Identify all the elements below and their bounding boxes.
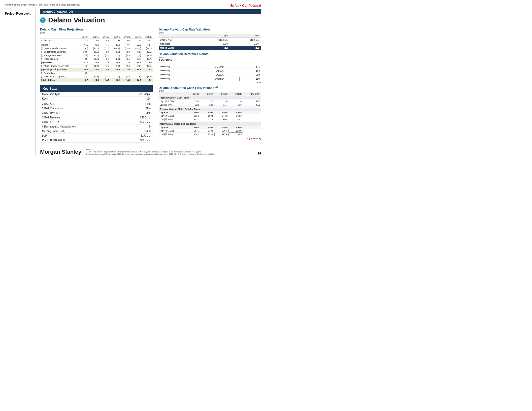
project-title: Project Roosevelt	[5, 12, 33, 15]
table-row: Cap Rate6.5%7.0%	[159, 42, 261, 46]
notes-title: Notes	[86, 148, 253, 151]
low-avg-label: LOW (AVERAGE)	[159, 137, 261, 140]
list-item: [**********]5/28/15220	[159, 73, 261, 77]
table-row: (-) Maintenance Capex (1)(1.4)(1.5)(1.4)…	[40, 75, 153, 78]
dcf-title: Delano Discounted Cash Flow Valuation(2)	[159, 86, 218, 90]
fcr-title: Delano Forward Cap Rate Valuation	[159, 28, 261, 31]
cf-col-2018e: 2018E	[131, 35, 142, 39]
list-item: Debt$170MM	[40, 134, 153, 138]
table-row: Gross Value239222	[159, 46, 261, 50]
list-item: 2016E RevPAR$349	[40, 111, 153, 115]
cf-col-2013a: 2013A	[79, 35, 89, 39]
dcf-section-header: Total Value at Stated Exit Cap Rates	[159, 122, 261, 126]
cashflow-table: 2013A 2014A 2015E 2016E 2017E 2018E 2019…	[40, 35, 153, 82]
table-row: (-) Departmental Expenses(19.3)(18.6)(17…	[40, 47, 153, 50]
fcr-col-label	[159, 34, 199, 38]
list-item: [**********]9/14/15194	[159, 69, 261, 73]
strictly-confidential-label: Strictly Confidential	[230, 4, 261, 7]
table-row: (=) EBITDA12.517.917.917.517.818.318.9	[40, 61, 153, 64]
content-area: MONROE VALUATION 1 Delano Valuation Dela…	[35, 9, 261, 155]
dcf-table: 2016E 2017E 2018E 2019E PV of CF Present…	[159, 92, 261, 137]
dcf-header-row: 2016E 2017E 2018E 2019E PV of CF	[159, 92, 261, 96]
cf-col-2015e: 2015E	[100, 35, 110, 39]
two-col-layout: Delano Cash Flow Projections $MM 2013A 2…	[40, 28, 261, 143]
list-item: 2016E Occupancy69%	[40, 106, 153, 111]
bottom-bar: Morgan Stanley Notes 1. 4% FF&E reserve …	[40, 147, 261, 155]
list-item: Keys194	[40, 96, 153, 101]
dcf-section-header: Present Value of Cash Flows	[159, 96, 261, 100]
notes-section: Notes 1. 4% FF&E reserve deducted from m…	[81, 148, 258, 155]
table-row: 2016E NOI$15.6MM$15.6MM	[159, 38, 261, 42]
cf-col-label	[40, 35, 79, 39]
fcr-subtitle: $MM	[159, 31, 261, 34]
morgan-stanley-logo: Morgan Stanley	[40, 149, 81, 155]
note-item: 1. 4% FF&E reserve deducted from managem…	[86, 151, 253, 153]
monroe-header: MONROE VALUATION	[40, 9, 261, 14]
delano-title-row: 1 Delano Valuation	[40, 16, 261, 24]
key-stats-table: Ownership TypeFee SimpleKeys1942016E ADR…	[40, 92, 153, 143]
left-column: Delano Cash Flow Projections $MM 2013A 2…	[40, 28, 153, 143]
high-label: HIGH	[159, 81, 261, 84]
table-row: (-) FF&E / Capex Reserve (1)(1.9)(2.0)(1…	[40, 64, 153, 68]
list-item: [**********]10/24/14250	[159, 77, 261, 81]
page: Portions of this exhibit marked [*] are …	[0, 0, 266, 205]
ref-points-section: Delano Valuation Reference Points $MM As…	[159, 52, 261, 84]
list-item: 2016E Revenue$48.2MM	[40, 115, 153, 120]
main-content: Project Roosevelt MONROE VALUATION 1 Del…	[5, 9, 261, 155]
list-item: [**********]11/14/14175	[159, 65, 261, 69]
dcf-section: Delano Discounted Cash Flow Valuation(2)…	[159, 86, 261, 140]
table-row: High (@ 7.0%)205.3189.5176.0164.3	[159, 114, 261, 118]
cf-col-2017e: 2017E	[121, 35, 131, 39]
fcr-header-row: 6.5% 7.0%	[159, 34, 261, 38]
fcr-table: 6.5% 7.0% 2016E NOI$15.6MM$15.6MMCap Rat…	[159, 34, 261, 50]
list-item: 2016E ADR$488	[40, 102, 153, 106]
dcf-section-header: Terminal Value at Stated Exit Cap Rates	[159, 108, 261, 111]
bids-table: [**********]11/14/14175[**********]9/14/…	[159, 65, 261, 81]
page-number: 14	[258, 152, 261, 155]
table-row: (=) Net Operating Income10.616.015.915.6…	[40, 68, 153, 71]
fcr-col-65: 6.5%	[199, 34, 230, 38]
refpoints-subtitle: $MM	[159, 56, 261, 59]
circle-number: 1	[40, 17, 46, 23]
table-row: (-) Undistributed Expenses(10.0)(8.2)(8.…	[40, 50, 153, 54]
table-row: High (@ 7.0%)13.212.512.011.649.3	[159, 100, 261, 103]
list-item: Ownership TypeFee Simple	[40, 92, 153, 97]
right-column: Delano Forward Cap Rate Valuation $MM 6.…	[159, 28, 261, 143]
top-notice: Portions of this exhibit marked [*] are …	[5, 4, 80, 6]
dcf-sub-header: Cap Rate6.00%6.50%7.00%7.50%	[159, 111, 261, 114]
cf-col-2019e: 2019E	[142, 35, 153, 39]
table-row: # of Rooms194194194194194194194	[40, 39, 153, 42]
table-row: Revenue47.548.847.748.249.450.852.4	[40, 43, 153, 47]
top-bar: Portions of this exhibit marked [*] are …	[5, 4, 261, 7]
cashflow-title: Delano Cash Flow Projections	[40, 28, 153, 31]
dcf-subtitle: $MM	[159, 90, 261, 92]
table-row: (=) Cash Flow8.914.514.514.114.314.715.2	[40, 78, 153, 82]
asset-bids-title: Asset Bids	[159, 59, 261, 61]
cf-col-2016e: 2016E	[110, 35, 121, 39]
list-item: Meeting Space (sqft)1,633	[40, 129, 153, 134]
key-stats-header: Key Stats	[40, 85, 153, 92]
list-item: Peak EBITDA (2008)$21.8MM	[40, 138, 153, 143]
refpoints-title: Delano Valuation Reference Points	[159, 52, 261, 56]
table-row: (-) Management Fees(2.0)(0.6)(1.4)(1.4)(…	[40, 54, 153, 57]
table-row: High (@ 7.0%)254.7238.9225.3213.6	[159, 129, 261, 133]
table-row: Low (@ 9.0%)187.2172.8160.4149.7	[159, 118, 261, 121]
note-item: 2. Discount rates per IRR Viewpoint 2016…	[86, 153, 253, 155]
table-row: (-) Renovation(0.2)––––––	[40, 71, 153, 75]
table-row: (-) Fixed Charges(3.8)(3.5)(2.4)(2.5)(2.…	[40, 57, 153, 61]
table-row: Low (@ 9.0%)234.3219.9207.6196.9	[159, 133, 261, 136]
notes-list: 1. 4% FF&E reserve deducted from managem…	[86, 151, 253, 155]
left-sidebar: Project Roosevelt	[5, 9, 35, 155]
cashflow-subtitle: $MM	[40, 31, 153, 34]
fcr-col-70: 7.0%	[230, 34, 261, 38]
dcf-sub-header: Cap Rate6.00%6.50%7.00%7.50%	[159, 126, 261, 129]
delano-valuation-title: Delano Valuation	[48, 16, 105, 24]
cf-col-2014a: 2014A	[89, 35, 100, 39]
list-item: # Restaurants / Nightclubs etc.5	[40, 124, 153, 129]
list-item: 2016E EBITDA$17.5MM	[40, 120, 153, 124]
cashflow-header-row: 2013A 2014A 2015E 2016E 2017E 2018E 2019…	[40, 35, 153, 39]
table-row: Low (@ 9.0%)12.912.111.410.847.2	[159, 103, 261, 107]
